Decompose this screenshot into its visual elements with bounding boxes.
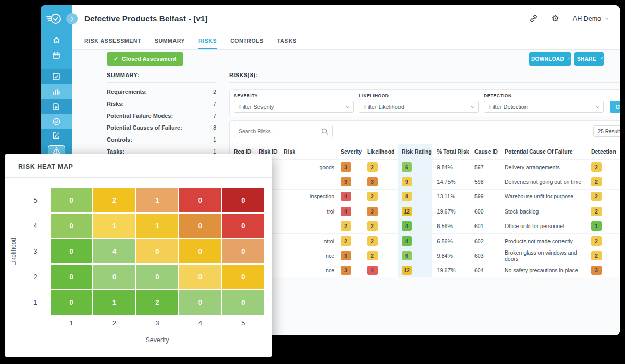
cell-potential-cause: Broken glass on windows and doors <box>505 249 591 262</box>
account-menu[interactable]: AH Demo <box>573 15 607 22</box>
heat-map-cell[interactable]: 0 <box>93 264 135 290</box>
table-row[interactable]: ntrol2246.56%602Products not made correc… <box>234 233 620 248</box>
cell-cause-id: 599 <box>474 193 505 199</box>
cell-cause-id: 602 <box>474 238 505 244</box>
heat-map-cell[interactable]: 0 <box>50 239 93 264</box>
gear-icon[interactable]: ⚙ <box>552 14 559 23</box>
closed-assessment-button[interactable]: ✓ Closed Assessment <box>107 52 183 66</box>
heat-map-cell[interactable]: 0 <box>179 213 221 239</box>
summary-row-value: 7 <box>213 101 216 107</box>
heat-map-cell[interactable]: 0 <box>50 187 93 213</box>
results-per-page-select[interactable]: 25 Results <box>593 125 620 137</box>
detection-badge: 1 <box>591 221 602 231</box>
tab-risk-assessment[interactable]: RISK ASSESSMENT <box>84 32 141 49</box>
sidebar-item-checklist[interactable] <box>41 69 72 84</box>
sidebar-item-home[interactable] <box>41 32 72 47</box>
risks-heading: RISKS(8): <box>229 72 620 78</box>
sidebar-item-edit[interactable] <box>41 129 72 142</box>
cell-cause-id: 601 <box>474 223 505 229</box>
column-header-detection: Detection <box>591 148 620 155</box>
heat-map-cell[interactable]: 1 <box>93 213 135 239</box>
heat-map-cell[interactable]: 1 <box>93 290 135 315</box>
tab-controls[interactable]: CONTROLS <box>230 32 264 49</box>
heat-map-cell[interactable]: 0 <box>179 290 221 315</box>
heat-map-cell[interactable]: 0 <box>179 264 221 290</box>
cell-detection: 2 <box>591 207 620 216</box>
severity-badge: 3 <box>341 266 351 275</box>
search-box[interactable] <box>234 125 333 137</box>
filter-severity-select[interactable]: Filter Severity <box>234 101 354 113</box>
heat-map-cell[interactable]: 2 <box>93 187 135 213</box>
detection-badge: 2 <box>591 192 602 201</box>
cell-likelihood: 2 <box>367 251 398 260</box>
sidebar-item-reports[interactable] <box>41 84 72 99</box>
link-icon[interactable] <box>529 14 538 23</box>
table-row[interactable]: nce3269.84%603Broken glass on windows an… <box>234 248 620 262</box>
detection-badge: 3 <box>591 266 602 275</box>
heat-map-cell[interactable]: 0 <box>222 290 265 315</box>
table-row[interactable]: 33914.75%598Deliveries not going out on … <box>234 174 620 189</box>
heat-map-cell[interactable]: 2 <box>136 290 179 315</box>
search-input[interactable] <box>239 128 321 134</box>
heat-map-cell[interactable]: 1 <box>136 213 179 239</box>
cell-potential-cause: No safety precautions in place <box>505 267 591 273</box>
tab-summary[interactable]: SUMMARY <box>155 32 185 49</box>
summary-row: Requirements:2 <box>107 89 216 95</box>
sidebar-item-calendar[interactable] <box>41 47 72 62</box>
heat-map-cell[interactable]: 0 <box>222 239 265 264</box>
filter-label: LIKELIHOOD <box>359 93 479 98</box>
likelihood-badge: 2 <box>367 251 378 260</box>
heat-map-cell[interactable]: 4 <box>93 239 135 264</box>
cell-risk: nce <box>284 267 341 273</box>
likelihood-badge: 2 <box>367 162 378 172</box>
heat-map-cell[interactable]: 0 <box>136 239 179 264</box>
heat-map-cell[interactable]: 0 <box>50 264 93 290</box>
heat-map-row: 02100 <box>50 187 265 213</box>
cell-risk: nce <box>284 253 341 259</box>
cell-risk-rating: 6 <box>398 160 432 174</box>
download-button[interactable]: DOWNLOAD <box>529 52 571 66</box>
check-icon: ✓ <box>114 56 118 62</box>
share-button[interactable]: SHARE <box>574 52 604 66</box>
likelihood-badge: 3 <box>367 177 378 186</box>
summary-row-label: Risks: <box>107 101 124 107</box>
clear-filters-button[interactable]: Clear <box>610 101 620 113</box>
heat-map-cell[interactable]: 0 <box>222 213 265 239</box>
filter-detection: DETECTIONFilter Detection <box>484 93 604 113</box>
heat-map-row-labels: 54321 <box>26 187 45 315</box>
heat-map-cell[interactable]: 0 <box>179 239 221 264</box>
divider <box>107 82 216 83</box>
sidebar-expand-toggle[interactable] <box>66 13 78 24</box>
heat-map-cell[interactable]: 0 <box>222 187 265 213</box>
tab-risks[interactable]: RISKS <box>198 32 217 49</box>
cell-pct-total-risk: 6.56% <box>437 223 474 229</box>
summary-row-value: 2 <box>213 89 216 95</box>
summary-row-label: Potential Causes of Failure: <box>107 124 182 131</box>
summary-heading: SUMMARY: <box>107 72 216 78</box>
heat-map-cell[interactable]: 1 <box>136 187 179 213</box>
severity-badge: 2 <box>341 221 351 231</box>
likelihood-badge: 2 <box>367 221 378 231</box>
heat-map-cell[interactable]: 0 <box>179 187 221 213</box>
heat-map-cell[interactable]: 0 <box>50 290 93 315</box>
chevron-down-icon <box>596 104 599 108</box>
filter-likelihood-select[interactable]: Filter Likelihood <box>359 101 479 113</box>
cell-pct-total-risk: 14.75% <box>437 179 474 185</box>
filter-detection-select[interactable]: Filter Detection <box>484 101 604 113</box>
column-header-risk: Risk <box>284 148 341 155</box>
heat-map-cell[interactable]: 0 <box>136 264 179 290</box>
table-row[interactable]: trol431219.67%600Stock backlog224 <box>234 204 620 218</box>
table-row[interactable]: 2246.56%601Office unfit for personnel14 <box>234 219 620 233</box>
cell-cause-id: 603 <box>474 253 505 259</box>
cell-likelihood: 3 <box>367 207 398 216</box>
heat-map-cell[interactable]: 0 <box>222 264 265 290</box>
heat-map-row: 04000 <box>50 239 265 264</box>
sidebar-item-approvals[interactable] <box>41 114 72 129</box>
tab-tasks[interactable]: TASKS <box>277 32 297 49</box>
table-row[interactable]: goods3269.84%597Delivery arrangements212 <box>234 159 620 174</box>
sidebar-item-documents[interactable] <box>41 99 72 114</box>
heat-map-cell[interactable]: 0 <box>50 213 93 239</box>
table-row[interactable]: nce341219.67%604No safety precautions in… <box>234 263 620 277</box>
calendar-icon <box>53 52 60 59</box>
table-row[interactable]: inspection42813.11%599Warehouse unfit fo… <box>234 189 620 204</box>
